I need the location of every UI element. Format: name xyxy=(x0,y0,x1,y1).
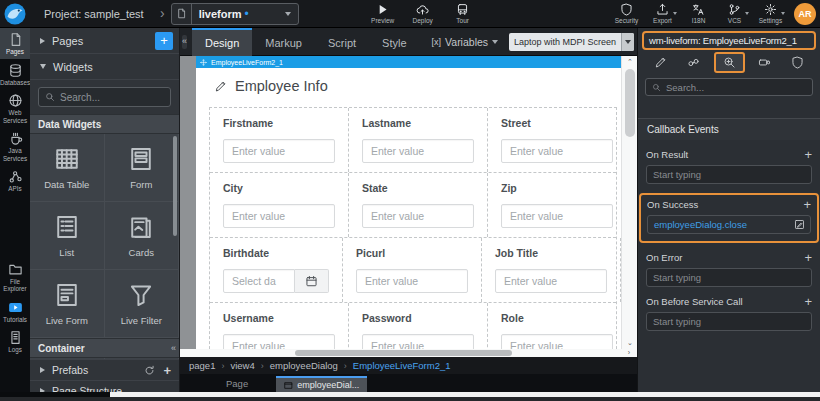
panel-tab-properties[interactable] xyxy=(648,52,673,73)
calendar-button[interactable] xyxy=(295,269,329,293)
event-input[interactable] xyxy=(646,165,812,184)
widget-live-filter[interactable]: Live Filter xyxy=(105,270,180,338)
vertical-scrollbar[interactable]: ⌃ ⌄ xyxy=(621,56,637,349)
field-street[interactable]: StreetEnter value xyxy=(488,108,621,172)
breadcrumb-item-page1[interactable]: page1 xyxy=(189,360,215,371)
wavemaker-logo-icon[interactable] xyxy=(3,2,27,26)
field-input[interactable]: Enter value xyxy=(223,204,335,228)
pages-section-header[interactable]: Pages + xyxy=(30,28,179,54)
field-role[interactable]: RoleEnter value xyxy=(488,303,621,349)
breadcrumb-item-view4[interactable]: view4 xyxy=(230,360,254,371)
panel-tab-events[interactable] xyxy=(714,52,745,73)
add-event-button[interactable]: + xyxy=(804,253,812,263)
tab-markup[interactable]: Markup xyxy=(252,28,315,56)
variables-menu[interactable]: [x] Variables xyxy=(432,36,499,48)
sidebar-item-tutorials[interactable]: Tutorials xyxy=(0,296,30,327)
i18n-button[interactable]: I18N xyxy=(683,3,714,24)
tab-design[interactable]: Design xyxy=(192,28,252,56)
event-value-link[interactable]: employeeDialog.close xyxy=(654,219,747,230)
refresh-icon[interactable] xyxy=(144,365,155,376)
field-input[interactable]: Enter value xyxy=(495,269,607,293)
sidebar-item-file-explorer[interactable]: File Explorer xyxy=(0,258,30,296)
panel-tab-styles[interactable] xyxy=(681,52,706,73)
field-input[interactable]: Enter value xyxy=(501,139,613,163)
selected-widget-bar[interactable]: EmployeeLiveForm2_1 xyxy=(196,56,621,68)
export-label: Export xyxy=(653,17,672,24)
prefabs-section-header[interactable]: Prefabs + xyxy=(30,359,179,380)
vcs-button[interactable]: VCS xyxy=(719,3,750,24)
collapse-panel-button[interactable]: « xyxy=(171,343,176,353)
field-label: Firstname xyxy=(223,117,335,129)
sidebar-item-java-services[interactable]: Java Services xyxy=(0,127,30,165)
field-username[interactable]: UsernameEnter value xyxy=(210,303,349,349)
date-field: Select da xyxy=(223,269,329,293)
scrollbar-thumb[interactable] xyxy=(173,136,177,236)
sidebar-item-databases[interactable]: Databases xyxy=(0,59,30,90)
field-input[interactable]: Enter value xyxy=(356,269,468,293)
property-search-input[interactable] xyxy=(666,82,812,93)
sidebar-item-apis[interactable]: APIs xyxy=(0,165,30,196)
sidebar-item-pages[interactable]: Pages xyxy=(0,28,30,59)
collapse-left-panel-button[interactable]: « xyxy=(182,35,187,49)
widget-data-table[interactable]: Data Table xyxy=(30,134,105,202)
dialog-tab[interactable]: employeeDial... xyxy=(276,376,367,392)
field-input[interactable]: Enter value xyxy=(223,334,335,349)
sidebar-item-web-services[interactable]: Web Services xyxy=(0,89,30,127)
device-selector[interactable]: Laptop with MDPI Screen xyxy=(509,33,634,51)
field-city[interactable]: CityEnter value xyxy=(210,173,349,237)
add-event-button[interactable]: + xyxy=(804,297,812,307)
widget-cards[interactable]: Cards xyxy=(105,202,180,270)
sidebar-item-logs[interactable]: Logs xyxy=(0,326,30,357)
widget-list[interactable]: List xyxy=(30,202,105,270)
field-zip[interactable]: ZipEnter value xyxy=(488,173,621,237)
scrollbar-thumb[interactable] xyxy=(625,69,635,137)
scroll-up-icon[interactable]: ⌃ xyxy=(622,58,637,66)
avatar[interactable]: AR xyxy=(794,3,816,25)
field-lastname[interactable]: LastnameEnter value xyxy=(349,108,488,172)
field-state[interactable]: StateEnter value xyxy=(349,173,488,237)
folder-icon xyxy=(8,262,23,277)
event-input[interactable] xyxy=(646,268,812,287)
scroll-down-icon[interactable]: ⌄ xyxy=(622,339,637,347)
horizontal-scrollbar[interactable] xyxy=(180,349,621,357)
add-page-button[interactable]: + xyxy=(155,32,173,50)
widget-search-input[interactable] xyxy=(60,92,170,103)
edit-icon[interactable] xyxy=(791,218,807,232)
field-picurl[interactable]: PicurlEnter value xyxy=(343,238,482,302)
add-event-button[interactable]: + xyxy=(803,200,811,210)
tab-style[interactable]: Style xyxy=(369,28,419,56)
field-input[interactable]: Enter value xyxy=(362,204,474,228)
tour-button[interactable]: Tour xyxy=(447,3,479,24)
scroll-right-icon[interactable]: › xyxy=(621,349,637,357)
field-input[interactable]: Enter value xyxy=(501,204,613,228)
event-input[interactable] xyxy=(646,312,812,331)
widget-panel-icon[interactable] xyxy=(105,358,180,359)
settings-button[interactable]: Settings xyxy=(755,3,786,24)
export-button[interactable]: Export xyxy=(647,3,678,24)
field-input[interactable]: Enter value xyxy=(362,139,474,163)
breadcrumb-item-employeedialog[interactable]: employeeDialog xyxy=(270,360,338,371)
field-job-title[interactable]: Job TitleEnter value xyxy=(482,238,621,302)
breadcrumb-item-employeeliveform2-1[interactable]: EmployeeLiveForm2_1 xyxy=(353,360,451,371)
preview-button[interactable]: Preview xyxy=(367,3,399,24)
widget-grid-layout-icon[interactable] xyxy=(30,358,105,359)
add-event-button[interactable]: + xyxy=(804,150,812,160)
scrollbar-thumb[interactable] xyxy=(295,350,512,356)
add-prefab-button[interactable]: + xyxy=(163,363,171,378)
widget-form[interactable]: Form xyxy=(105,134,180,202)
field-input[interactable]: Enter value xyxy=(223,139,335,163)
field-input[interactable]: Enter value xyxy=(362,334,474,349)
deploy-button[interactable]: Deploy xyxy=(407,3,439,24)
tab-script[interactable]: Script xyxy=(315,28,369,56)
field-input[interactable]: Select da xyxy=(223,269,295,293)
panel-tab-security[interactable] xyxy=(785,52,810,73)
page-selector-dropdown[interactable]: liveform • xyxy=(171,3,299,25)
field-password[interactable]: PasswordEnter value xyxy=(349,303,488,349)
field-firstname[interactable]: FirstnameEnter value xyxy=(210,108,349,172)
field-input[interactable]: Enter value xyxy=(501,334,613,349)
field-birthdate[interactable]: BirthdateSelect da xyxy=(210,238,343,302)
widget-live-form[interactable]: Live Form xyxy=(30,270,105,338)
widgets-section-header[interactable]: Widgets xyxy=(30,54,179,80)
security-button[interactable]: Security xyxy=(611,3,642,24)
panel-tab-device[interactable] xyxy=(752,52,777,73)
